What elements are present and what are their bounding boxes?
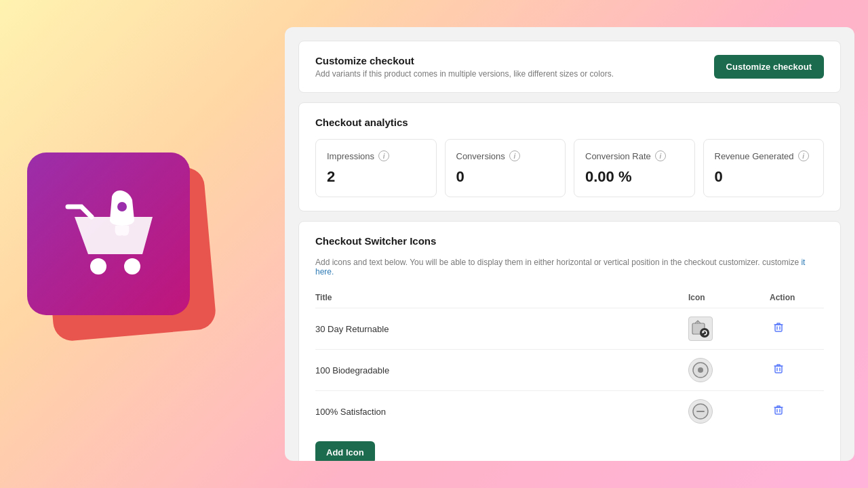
row-icon-cell	[688, 308, 770, 350]
row-action-cell	[770, 391, 824, 432]
svg-point-8	[698, 367, 703, 373]
row-title: 30 Day Returnable	[315, 308, 688, 350]
checkout-analytics-card: Checkout analytics Impressions i 2 Conve…	[298, 102, 841, 211]
svg-rect-6	[775, 325, 782, 331]
column-icon: Icon	[688, 287, 770, 308]
delete-row-1-button[interactable]	[770, 319, 787, 340]
impressions-label: Impressions i	[327, 150, 425, 161]
banner-text: Customize checkout Add variants if this …	[315, 55, 614, 79]
svg-point-1	[124, 258, 140, 274]
delete-row-2-button[interactable]	[770, 360, 787, 381]
conversions-info-icon[interactable]: i	[509, 150, 520, 161]
svg-point-3	[117, 202, 127, 211]
row-title: 100 Biodegradable	[315, 350, 688, 391]
column-title: Title	[315, 287, 688, 308]
analytics-impressions: Impressions i 2	[315, 139, 437, 197]
analytics-conversion-rate: Conversion Rate i 0.00 %	[574, 139, 695, 197]
conversion-rate-info-icon[interactable]: i	[655, 150, 666, 161]
column-action: Action	[770, 287, 824, 308]
delete-row-3-button[interactable]	[770, 401, 787, 422]
customize-checkout-button[interactable]: Customize checkout	[714, 55, 824, 79]
row-icon-cell	[688, 350, 770, 391]
row-title: 100% Satisfaction	[315, 391, 688, 432]
conversion-rate-label: Conversion Rate i	[585, 150, 684, 161]
svg-point-2	[110, 215, 134, 226]
svg-rect-9	[775, 366, 782, 373]
analytics-grid: Impressions i 2 Conversions i 0 Conversi…	[315, 139, 824, 197]
logo-svg	[54, 180, 163, 288]
main-panel: Customize checkout Add variants if this …	[285, 27, 854, 461]
row-action-cell	[770, 308, 824, 350]
row-action-cell	[770, 350, 824, 391]
revenue-label: Revenue Generated i	[715, 150, 813, 161]
impressions-value: 2	[327, 168, 425, 186]
circle-dot-icon	[688, 358, 713, 382]
conversion-rate-value: 0.00 %	[585, 168, 684, 186]
row-icon-cell	[688, 391, 770, 432]
box-refresh-icon	[688, 317, 713, 341]
icons-table: Title Icon Action 30 Day Returnable	[315, 287, 824, 432]
circle-minus-icon	[688, 399, 713, 424]
conversions-value: 0	[456, 168, 555, 186]
switcher-icons-card: Checkout Switcher Icons Add icons and te…	[298, 221, 841, 461]
table-row: 100 Biodegradable	[315, 350, 824, 391]
revenue-info-icon[interactable]: i	[798, 150, 809, 161]
analytics-conversions: Conversions i 0	[445, 139, 566, 197]
switcher-description: Add icons and text below. You will be ab…	[315, 258, 824, 277]
table-row: 30 Day Returnable	[315, 308, 824, 350]
svg-point-0	[90, 258, 106, 274]
add-icon-button[interactable]: Add Icon	[315, 441, 375, 461]
svg-rect-11	[775, 407, 782, 414]
conversions-label: Conversions i	[456, 150, 555, 161]
banner-description: Add variants if this product comes in mu…	[315, 69, 614, 79]
table-row: 100% Satisfaction	[315, 391, 824, 432]
logo-main	[27, 152, 190, 315]
revenue-value: 0	[715, 168, 813, 186]
banner-title: Customize checkout	[315, 55, 614, 66]
logo-area	[20, 146, 217, 342]
impressions-info-icon[interactable]: i	[378, 150, 389, 161]
switcher-section-title: Checkout Switcher Icons	[315, 235, 824, 247]
analytics-revenue: Revenue Generated i 0	[703, 139, 825, 197]
analytics-section-title: Checkout analytics	[315, 117, 824, 128]
customize-checkout-banner: Customize checkout Add variants if this …	[298, 41, 841, 93]
